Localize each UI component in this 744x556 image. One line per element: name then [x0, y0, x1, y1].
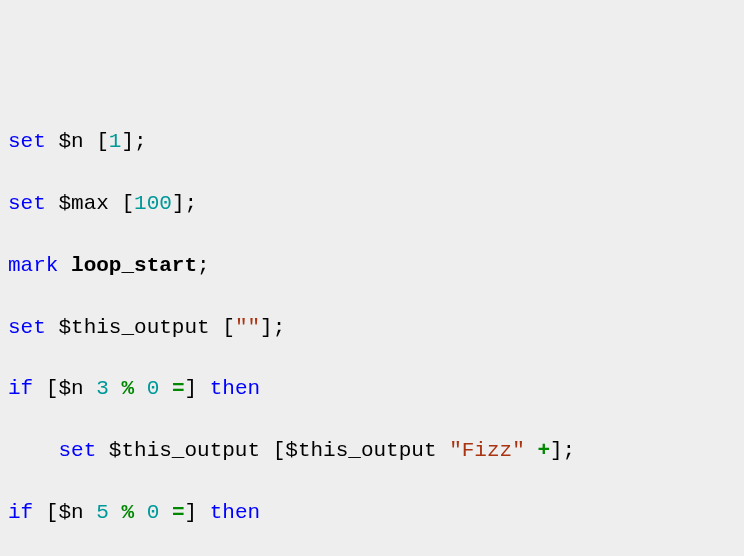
op-eq: =: [172, 377, 185, 400]
code-line-1: set $n [1];: [8, 127, 736, 158]
num-0: 0: [147, 377, 160, 400]
semicolon: ;: [134, 130, 147, 153]
code-line-6: set $this_output [$this_output "Fizz" +]…: [8, 436, 736, 467]
num-3: 3: [96, 377, 109, 400]
keyword-if: if: [8, 377, 33, 400]
string-empty: "": [235, 316, 260, 339]
keyword-set: set: [8, 130, 46, 153]
num-1: 1: [109, 130, 122, 153]
op-mod: %: [121, 377, 134, 400]
num-100: 100: [134, 192, 172, 215]
label-loop-start: loop_start: [71, 254, 197, 277]
var-n: $n: [58, 130, 83, 153]
string-fizz: "Fizz": [449, 439, 525, 462]
keyword-then: then: [210, 377, 260, 400]
var-max: $max: [58, 192, 108, 215]
op-plus: +: [537, 439, 550, 462]
code-line-7: if [$n 5 % 0 =] then: [8, 498, 736, 529]
code-line-5: if [$n 3 % 0 =] then: [8, 374, 736, 405]
bracket-close: ]: [121, 130, 134, 153]
keyword-mark: mark: [8, 254, 58, 277]
num-5: 5: [96, 501, 109, 524]
code-line-2: set $max [100];: [8, 189, 736, 220]
var-this-output: $this_output: [58, 316, 209, 339]
bracket-open: [: [96, 130, 109, 153]
code-line-3: mark loop_start;: [8, 251, 736, 282]
code-line-4: set $this_output [""];: [8, 313, 736, 344]
